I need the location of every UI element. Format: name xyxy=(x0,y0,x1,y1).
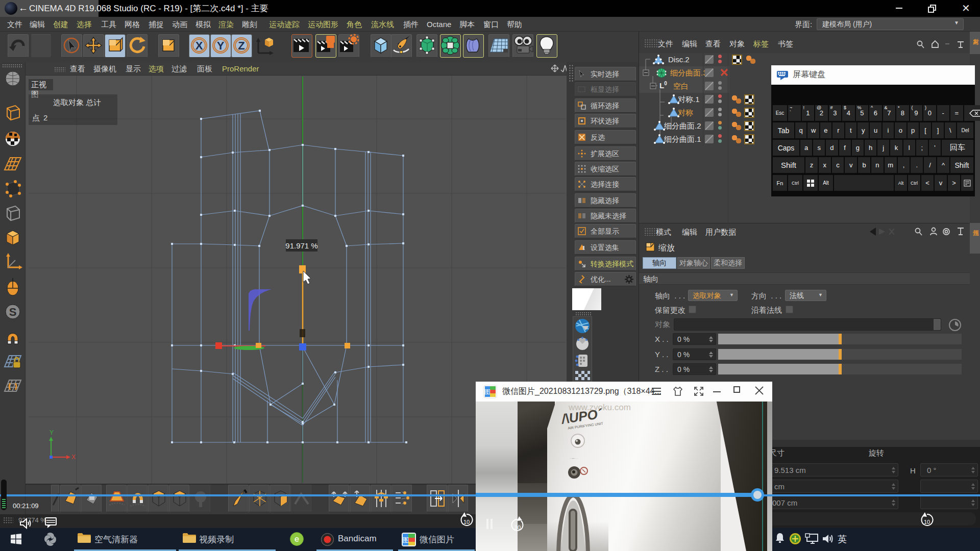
svg-text:S: S xyxy=(9,306,17,318)
svg-text:X: X xyxy=(195,39,203,52)
svg-text:图: 图 xyxy=(403,536,409,544)
svg-text:Z: Z xyxy=(238,39,244,52)
svg-text:图: 图 xyxy=(484,388,491,395)
svg-text:Y: Y xyxy=(50,429,54,436)
svg-text:91.971 %: 91.971 % xyxy=(285,241,317,250)
svg-text:e: e xyxy=(295,534,299,544)
svg-text:Y: Y xyxy=(217,39,225,52)
svg-text:X: X xyxy=(71,454,76,461)
